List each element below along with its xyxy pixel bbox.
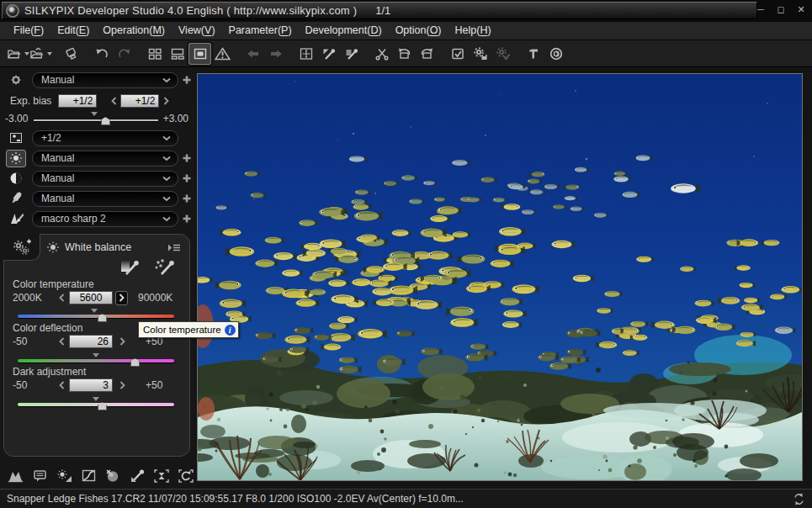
menu-option[interactable]: Option(O) [389, 23, 448, 39]
function-settings-icon[interactable] [522, 43, 544, 65]
exposure-bias-icon [0, 130, 32, 146]
color-deflection-slider[interactable] [18, 353, 174, 367]
da-value[interactable]: 3 [69, 378, 113, 392]
fine-color-dropper-icon[interactable] [128, 467, 147, 485]
gears-plus-icon [12, 238, 32, 257]
sun-icon [46, 241, 60, 254]
next-mark-icon[interactable] [264, 43, 287, 65]
trimming-tool-icon[interactable] [152, 467, 172, 485]
chevron-down-icon [162, 135, 171, 141]
exp-bias-label: Exp. bias [10, 95, 51, 107]
redo-icon[interactable] [113, 43, 135, 65]
photo-preview[interactable] [197, 73, 803, 481]
ct-decrease-icon[interactable] [56, 294, 66, 302]
da-increase-icon[interactable] [117, 381, 127, 389]
sharpness-add-button[interactable] [178, 214, 195, 224]
combination-view-icon[interactable] [166, 43, 188, 65]
color-dropdown[interactable]: Manual [32, 191, 178, 207]
ct-value[interactable]: 5600 [69, 291, 113, 304]
menu-file[interactable]: File(F) [7, 23, 50, 39]
sharpness-value: macro sharp 2 [41, 213, 162, 225]
exp-bias-increase-icon[interactable] [161, 97, 171, 105]
gray-balance-dropper-button[interactable] [117, 257, 142, 278]
cd-value[interactable]: 26 [69, 335, 113, 348]
color-temperature-label: Color temperature [13, 278, 94, 290]
white-balance-value: Manual [41, 152, 162, 164]
rotation-tool-icon[interactable] [176, 467, 195, 485]
select-check-icon[interactable] [446, 43, 469, 65]
menu-bar: File(F) Edit(E) Operation(M) View(V) Par… [0, 22, 812, 40]
menu-development[interactable]: Development(D) [299, 23, 389, 39]
exp-bias-slider[interactable] [34, 112, 158, 125]
taste-add-button[interactable] [178, 75, 195, 85]
color-add-button[interactable] [178, 193, 195, 204]
title-bar-inner: SILKYPIX Developer Studio 4.0 English ( … [2, 2, 757, 19]
tone-curve-icon[interactable] [79, 467, 98, 485]
close-button[interactable]: ✕ [795, 4, 807, 15]
maximize-button[interactable]: ◻ [775, 4, 787, 15]
minimize-button[interactable]: ─ [755, 4, 767, 15]
silkypix-mark-icon[interactable] [544, 43, 567, 65]
parameter-panel: Manual Exp. bias +1/2 +1/2 -3.00 [0, 67, 195, 489]
sharpness-dropdown[interactable]: macro sharp 2 [32, 211, 178, 227]
cd-decrease-icon[interactable] [56, 337, 66, 346]
title-bar: SILKYPIX Developer Studio 4.0 English ( … [0, 0, 812, 22]
open-folder-alt-icon[interactable] [29, 43, 52, 65]
develop-stamp-icon[interactable] [60, 43, 82, 65]
white-balance-dropdown[interactable]: Manual [32, 151, 178, 167]
menu-operation[interactable]: Operation(M) [96, 23, 172, 39]
exp-bias-decrease-icon[interactable] [109, 97, 119, 105]
exp-bias-slider-marker[interactable] [101, 117, 110, 125]
comment-icon[interactable] [31, 467, 50, 485]
contrast-icon [0, 171, 32, 186]
dark-adjustment-slider[interactable] [18, 397, 174, 410]
sphere-tool-icon[interactable] [103, 467, 123, 485]
skin-color-dropper-button[interactable] [152, 257, 178, 278]
exposure-tool-icon[interactable] [56, 467, 75, 485]
contrast-value: Manual [41, 172, 162, 184]
histogram-icon[interactable] [7, 467, 26, 485]
menu-edit[interactable]: Edit(E) [50, 23, 96, 39]
preview-view-icon[interactable] [188, 43, 211, 65]
info-icon: i [225, 325, 236, 336]
gray-dropper-icon[interactable] [340, 43, 363, 65]
save-parameters-icon[interactable] [469, 43, 491, 65]
wb-panel-title: White balance [65, 241, 167, 253]
menu-parameter[interactable]: Parameter(P) [222, 23, 299, 39]
previous-mark-icon[interactable] [241, 43, 264, 65]
color-temperature-slider[interactable] [18, 309, 174, 322]
exp-bias-coarse-value[interactable]: +1/2 [58, 94, 97, 108]
status-bar: Snapper Ledge Fishes 17.CR2 11/07/20 15:… [0, 489, 812, 508]
trimming-scissors-icon[interactable] [370, 43, 393, 65]
cd-increase-icon[interactable] [117, 337, 127, 346]
da-max-label: +50 [146, 379, 162, 391]
white-balance-add-button[interactable] [178, 153, 195, 163]
white-balance-icon [0, 150, 32, 167]
warning-display-icon[interactable] [211, 43, 234, 65]
sub-control-toolbar [0, 463, 195, 489]
ct-increase-button[interactable] [115, 291, 128, 305]
exposure-dropdown[interactable]: +1/2 [32, 130, 178, 146]
contrast-dropdown[interactable]: Manual [32, 171, 178, 187]
da-min-label: -50 [13, 379, 56, 391]
taste-dropdown[interactable]: Manual [32, 72, 178, 88]
grid-fit-icon[interactable] [295, 43, 317, 65]
dark-adjustment-label: Dark adjustment [13, 366, 86, 378]
menu-view[interactable]: View(V) [172, 23, 222, 39]
open-folder-icon[interactable] [7, 43, 29, 65]
thumbnail-view-icon[interactable] [143, 43, 166, 65]
refresh-icon[interactable] [793, 493, 805, 505]
rotate-left-icon[interactable] [393, 43, 416, 65]
da-decrease-icon[interactable] [56, 381, 66, 389]
wb-dropper-icon[interactable] [317, 43, 340, 65]
parameter-tab[interactable] [3, 234, 40, 261]
undo-icon[interactable] [90, 43, 113, 65]
contrast-add-button[interactable] [178, 173, 195, 183]
exp-bias-fine-value[interactable]: +1/2 [120, 94, 159, 108]
menu-help[interactable]: Help(H) [448, 23, 498, 39]
paste-parameters-icon[interactable] [491, 43, 514, 65]
chevron-down-icon [162, 156, 171, 161]
panel-menu-icon[interactable] [167, 243, 181, 252]
color-value: Manual [41, 193, 162, 204]
rotate-right-icon[interactable] [416, 43, 438, 65]
